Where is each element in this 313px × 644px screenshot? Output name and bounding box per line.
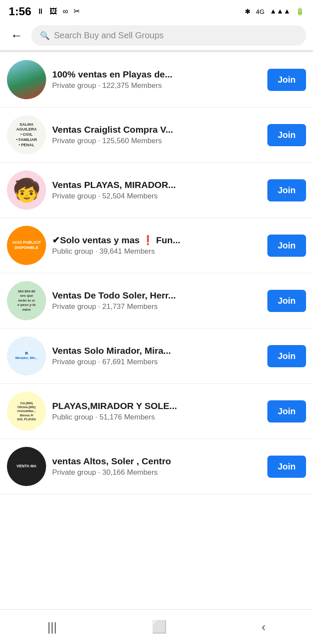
group-meta: Private group · 30,166 Members <box>52 468 261 477</box>
avatar: 🧒 <box>7 171 46 210</box>
avatar: VENTA MA <box>7 447 46 486</box>
image-icon: 🖼 <box>50 7 57 16</box>
avatar: 364 804 80ses queiarán tu vie peso y tam… <box>7 281 46 320</box>
avatar <box>7 60 46 99</box>
list-item: Cel.(664)Oficina.(662)#/nmobiliar...Bien… <box>0 384 313 439</box>
join-button[interactable]: Join <box>267 124 306 146</box>
avatar: SALMAAGUILERA• CIVIL• FAMILIAR• PENAL <box>7 115 46 154</box>
avatar: 🛠Mirador, Mir... <box>7 336 46 376</box>
group-info: PLAYAS,MIRADOR Y SOLE... Public group · … <box>52 401 261 422</box>
group-name: ventas Altos, Soler , Centro <box>52 456 261 466</box>
group-info: Ventas De Todo Soler, Herr... Private gr… <box>52 290 261 311</box>
group-meta: Private group · 21,737 Members <box>52 302 261 311</box>
nav-bar: ||| ⬜ ‹ <box>0 609 313 644</box>
back-button[interactable]: ← <box>7 27 26 44</box>
menu-nav-icon[interactable]: ||| <box>47 620 57 634</box>
list-item: ACIO PUBLICITDISPONIBLE ✔Solo ventas y m… <box>0 218 313 273</box>
group-name: PLAYAS,MIRADOR Y SOLE... <box>52 401 261 411</box>
join-button[interactable]: Join <box>267 400 306 423</box>
join-button[interactable]: Join <box>267 456 306 478</box>
avatar: Cel.(664)Oficina.(662)#/nmobiliar...Bien… <box>7 392 46 431</box>
group-info: Ventas PLAYAS, MIRADOR... Private group … <box>52 180 261 201</box>
wifi-bars-icon: ▲▲▲ <box>270 7 290 15</box>
list-item: VENTA MA ventas Altos, Soler , Centro Pr… <box>0 439 313 494</box>
signal-4g-icon: 4G <box>256 8 264 15</box>
group-name: Ventas Craiglist Compra V... <box>52 124 261 135</box>
group-meta: Private group · 67,691 Members <box>52 358 261 366</box>
group-info: 100% ventas en Playas de... Private grou… <box>52 69 261 90</box>
status-bar: 1:56 ⏸ 🖼 ∞ ✂ ✱ 4G ▲▲▲ 🔋 <box>0 0 313 21</box>
group-name: Ventas Solo Mirador, Mira... <box>52 345 261 356</box>
group-name: Ventas PLAYAS, MIRADOR... <box>52 180 261 190</box>
join-button[interactable]: Join <box>267 290 306 312</box>
phone-icon: ✂ <box>73 7 80 16</box>
group-meta: Public group · 51,176 Members <box>52 413 261 422</box>
battery-icon: 🔋 <box>296 7 304 16</box>
group-meta: Private group · 122,375 Members <box>52 81 261 90</box>
join-button[interactable]: Join <box>267 179 306 201</box>
group-list: 100% ventas en Playas de... Private grou… <box>0 52 313 494</box>
back-nav-icon[interactable]: ‹ <box>262 620 266 634</box>
header: ← 🔍 Search Buy and Sell Groups <box>0 21 313 50</box>
pause-icon: ⏸ <box>37 7 44 16</box>
group-name: 100% ventas en Playas de... <box>52 69 261 80</box>
group-info: Ventas Craiglist Compra V... Private gro… <box>52 124 261 145</box>
group-meta: Private group · 52,504 Members <box>52 192 261 201</box>
group-name: Ventas De Todo Soler, Herr... <box>52 290 261 301</box>
list-item: 100% ventas en Playas de... Private grou… <box>0 52 313 107</box>
list-item: SALMAAGUILERA• CIVIL• FAMILIAR• PENAL Ve… <box>0 107 313 163</box>
group-info: Ventas Solo Mirador, Mira... Private gro… <box>52 345 261 366</box>
join-button[interactable]: Join <box>267 69 306 91</box>
list-item: 🧒 Ventas PLAYAS, MIRADOR... Private grou… <box>0 163 313 218</box>
group-info: ventas Altos, Soler , Centro Private gro… <box>52 456 261 477</box>
bluetooth-icon: ✱ <box>245 7 250 16</box>
group-meta: Private group · 125,560 Members <box>52 137 261 145</box>
search-icon: 🔍 <box>40 31 50 40</box>
search-bar[interactable]: 🔍 Search Buy and Sell Groups <box>31 25 306 46</box>
join-button[interactable]: Join <box>267 345 306 367</box>
group-meta: Public group · 39,641 Members <box>52 247 261 256</box>
search-placeholder: Search Buy and Sell Groups <box>54 30 163 40</box>
avatar: ACIO PUBLICITDISPONIBLE <box>7 226 46 265</box>
join-button[interactable]: Join <box>267 235 306 257</box>
home-nav-icon[interactable]: ⬜ <box>152 620 167 634</box>
clock: 1:56 <box>9 5 31 18</box>
group-info: ✔Solo ventas y mas ❗ Fun... Public group… <box>52 235 261 256</box>
list-item: 364 804 80ses queiarán tu vie peso y tam… <box>0 273 313 329</box>
list-item: 🛠Mirador, Mir... Ventas Solo Mirador, Mi… <box>0 329 313 384</box>
group-name: ✔Solo ventas y mas ❗ Fun... <box>52 235 261 245</box>
link-icon: ∞ <box>63 7 68 16</box>
